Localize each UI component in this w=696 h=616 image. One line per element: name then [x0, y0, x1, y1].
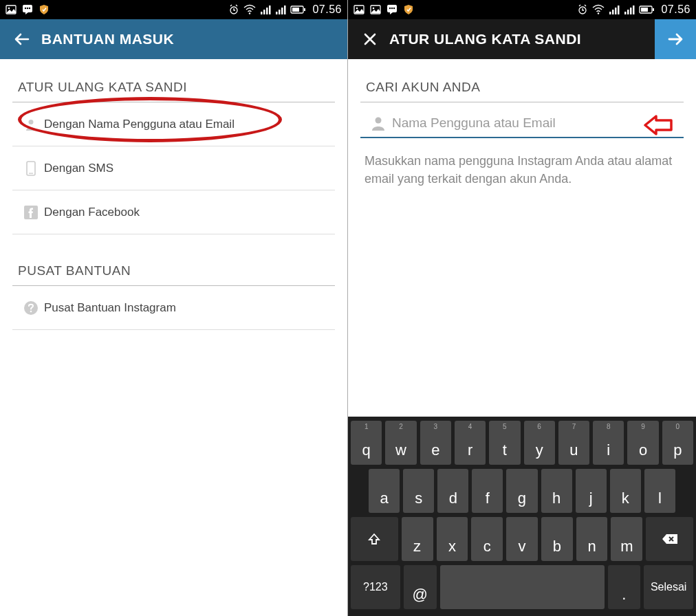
svg-point-28	[373, 8, 375, 10]
key-done[interactable]: Selesai	[644, 565, 693, 609]
svg-rect-13	[279, 10, 281, 14]
svg-point-46	[376, 118, 382, 124]
key-k[interactable]: k	[610, 469, 641, 513]
content: ATUR ULANG KATA SANDI Dengan Nama Penggu…	[0, 59, 347, 616]
reset-by-facebook[interactable]: Dengan Facebook	[12, 190, 335, 234]
key-at[interactable]: @	[404, 565, 437, 609]
status-time: 07.56	[661, 3, 690, 16]
screen-reset-password: 07.56 ATUR ULANG KATA SANDI CARI AKUN AN…	[348, 0, 696, 616]
key-v[interactable]: v	[506, 517, 538, 561]
key-c[interactable]: c	[471, 517, 503, 561]
close-button[interactable]	[356, 25, 384, 53]
svg-rect-8	[261, 12, 263, 14]
signal-1-icon	[609, 4, 620, 15]
key-backspace[interactable]	[646, 517, 693, 561]
section-reset-title: ATUR ULANG KATA SANDI	[12, 76, 335, 102]
battery-icon	[290, 5, 305, 14]
back-button[interactable]	[8, 25, 36, 53]
svg-point-31	[391, 8, 393, 9]
key-f[interactable]: f	[472, 469, 503, 513]
wifi-icon	[243, 4, 256, 15]
svg-point-26	[356, 8, 358, 10]
svg-rect-44	[641, 8, 648, 12]
key-m[interactable]: m	[611, 517, 642, 561]
help-center[interactable]: Pusat Bantuan Instagram	[12, 286, 335, 330]
submit-button[interactable]	[655, 19, 696, 59]
svg-point-19	[29, 120, 34, 124]
svg-point-32	[393, 8, 395, 9]
arrow-right-icon	[666, 30, 685, 49]
action-bar: ATUR ULANG KATA SANDI	[348, 19, 696, 59]
alarm-icon	[228, 4, 239, 15]
key-d[interactable]: d	[437, 469, 468, 513]
key-period[interactable]: .	[608, 565, 641, 609]
reset-by-username[interactable]: Dengan Nama Pengguna atau Email	[12, 102, 335, 146]
svg-rect-38	[618, 6, 620, 14]
key-z[interactable]: z	[402, 517, 433, 561]
section-title: CARI AKUN ANDA	[360, 76, 684, 102]
person-icon	[18, 118, 44, 131]
input-hint: Masukkan nama pengguna Instagram Anda at…	[360, 138, 684, 188]
svg-point-24	[30, 310, 32, 312]
signal-2-icon	[624, 4, 635, 15]
arrow-left-icon	[13, 30, 31, 48]
svg-rect-39	[624, 12, 627, 14]
username-input[interactable]	[392, 116, 679, 131]
key-u[interactable]: 7u	[558, 421, 589, 465]
svg-rect-35	[609, 12, 611, 14]
signal-2-icon	[275, 4, 286, 15]
key-e[interactable]: 3e	[420, 421, 451, 465]
svg-rect-14	[281, 8, 283, 14]
key-h[interactable]: h	[541, 469, 572, 513]
phone-icon	[18, 161, 44, 176]
close-icon	[362, 32, 378, 47]
svg-point-7	[249, 12, 250, 14]
key-shift[interactable]	[351, 517, 398, 561]
key-s[interactable]: s	[403, 469, 434, 513]
bbm-icon	[387, 4, 398, 15]
help-icon	[18, 300, 44, 316]
gallery-icon	[370, 4, 381, 15]
svg-rect-42	[633, 6, 635, 14]
key-t[interactable]: 5t	[489, 421, 520, 465]
key-g[interactable]: g	[506, 469, 537, 513]
key-r[interactable]: 4r	[455, 421, 486, 465]
battery-icon	[639, 5, 654, 14]
key-a[interactable]: a	[369, 469, 400, 513]
svg-rect-15	[284, 6, 286, 14]
list-item-label: Pusat Bantuan Instagram	[44, 301, 176, 315]
key-x[interactable]: x	[437, 517, 468, 561]
key-symbols[interactable]: ?123	[351, 565, 400, 609]
key-i[interactable]: 8i	[593, 421, 624, 465]
gallery-icon	[6, 4, 17, 15]
wifi-icon	[592, 4, 605, 15]
key-j[interactable]: j	[576, 469, 607, 513]
svg-point-34	[598, 12, 599, 14]
alarm-icon	[577, 4, 588, 15]
key-space[interactable]	[440, 565, 605, 609]
page-title: BANTUAN MASUK	[41, 31, 174, 47]
svg-rect-41	[630, 8, 632, 14]
svg-point-1	[8, 8, 10, 10]
svg-rect-18	[304, 8, 305, 11]
key-y[interactable]: 6y	[524, 421, 555, 465]
facebook-icon	[18, 206, 44, 219]
svg-rect-21	[29, 173, 33, 173]
action-bar: BANTUAN MASUK	[0, 19, 347, 59]
svg-rect-45	[653, 8, 654, 11]
key-w[interactable]: 2w	[385, 421, 416, 465]
key-b[interactable]: b	[541, 517, 573, 561]
signal-1-icon	[260, 4, 271, 15]
username-input-row	[360, 107, 684, 138]
key-n[interactable]: n	[576, 517, 608, 561]
svg-rect-12	[276, 12, 278, 14]
reset-by-sms[interactable]: Dengan SMS	[12, 146, 335, 190]
screen-login-help: 07.56 BANTUAN MASUK ATUR ULANG KATA SAND…	[0, 0, 348, 616]
bbm-icon	[22, 4, 33, 15]
list-item-label: Dengan SMS	[44, 162, 113, 175]
key-l[interactable]: l	[644, 469, 675, 513]
key-q[interactable]: 1q	[351, 421, 382, 465]
key-o[interactable]: 9o	[627, 421, 658, 465]
key-p[interactable]: 0p	[662, 421, 693, 465]
person-icon	[365, 115, 392, 131]
